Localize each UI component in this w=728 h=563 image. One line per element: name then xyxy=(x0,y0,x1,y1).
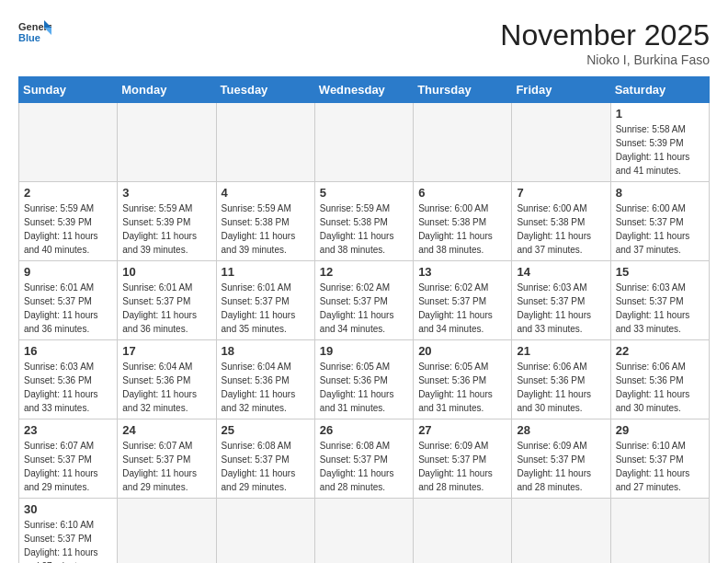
day-info: Sunrise: 6:04 AMSunset: 5:36 PMDaylight:… xyxy=(122,360,210,415)
calendar-cell: 10Sunrise: 6:01 AMSunset: 5:37 PMDayligh… xyxy=(118,261,216,340)
svg-text:Blue: Blue xyxy=(18,32,40,43)
day-info: Sunrise: 5:59 AMSunset: 5:39 PMDaylight:… xyxy=(122,201,210,257)
weekday-header-thursday: Thursday xyxy=(414,77,512,103)
day-number: 26 xyxy=(320,423,408,437)
day-number: 9 xyxy=(24,265,112,279)
day-info: Sunrise: 6:01 AMSunset: 5:37 PMDaylight:… xyxy=(24,281,112,336)
calendar-cell: 5Sunrise: 5:59 AMSunset: 5:38 PMDaylight… xyxy=(314,182,413,261)
day-number: 7 xyxy=(517,186,605,200)
logo: General Blue xyxy=(18,18,51,44)
day-info: Sunrise: 6:05 AMSunset: 5:36 PMDaylight:… xyxy=(320,360,408,415)
calendar-cell xyxy=(610,499,709,564)
day-number: 2 xyxy=(24,186,112,200)
weekday-header-tuesday: Tuesday xyxy=(216,77,314,103)
day-number: 1 xyxy=(616,107,704,121)
day-number: 28 xyxy=(517,423,605,437)
day-info: Sunrise: 6:03 AMSunset: 5:37 PMDaylight:… xyxy=(616,281,704,336)
calendar-cell: 24Sunrise: 6:07 AMSunset: 5:37 PMDayligh… xyxy=(118,419,216,499)
day-number: 12 xyxy=(320,265,408,279)
day-info: Sunrise: 6:08 AMSunset: 5:37 PMDaylight:… xyxy=(222,439,310,494)
calendar-cell: 17Sunrise: 6:04 AMSunset: 5:36 PMDayligh… xyxy=(118,340,216,419)
weekday-header-wednesday: Wednesday xyxy=(314,77,413,103)
day-info: Sunrise: 6:04 AMSunset: 5:36 PMDaylight:… xyxy=(222,360,310,415)
calendar-cell: 2Sunrise: 5:59 AMSunset: 5:39 PMDaylight… xyxy=(19,182,118,261)
day-info: Sunrise: 6:00 AMSunset: 5:37 PMDaylight:… xyxy=(616,201,704,257)
calendar-cell xyxy=(512,499,610,564)
weekday-header-monday: Monday xyxy=(118,77,216,103)
day-info: Sunrise: 6:09 AMSunset: 5:37 PMDaylight:… xyxy=(517,439,605,494)
calendar-cell: 23Sunrise: 6:07 AMSunset: 5:37 PMDayligh… xyxy=(19,419,118,499)
calendar-cell: 19Sunrise: 6:05 AMSunset: 5:36 PMDayligh… xyxy=(314,340,413,419)
day-info: Sunrise: 6:08 AMSunset: 5:37 PMDaylight:… xyxy=(320,439,408,494)
calendar-cell xyxy=(216,103,314,182)
calendar-cell: 12Sunrise: 6:02 AMSunset: 5:37 PMDayligh… xyxy=(314,261,413,340)
day-info: Sunrise: 6:05 AMSunset: 5:36 PMDaylight:… xyxy=(418,360,506,415)
day-info: Sunrise: 6:01 AMSunset: 5:37 PMDaylight:… xyxy=(122,281,210,336)
weekday-header-sunday: Sunday xyxy=(19,77,118,103)
day-number: 11 xyxy=(222,265,310,279)
day-info: Sunrise: 6:00 AMSunset: 5:38 PMDaylight:… xyxy=(517,201,605,257)
calendar-cell: 20Sunrise: 6:05 AMSunset: 5:36 PMDayligh… xyxy=(414,340,512,419)
calendar-week-1: 1Sunrise: 5:58 AMSunset: 5:39 PMDaylight… xyxy=(19,103,710,182)
day-number: 6 xyxy=(418,186,506,200)
calendar-cell: 30Sunrise: 6:10 AMSunset: 5:37 PMDayligh… xyxy=(19,499,118,564)
calendar-cell: 22Sunrise: 6:06 AMSunset: 5:36 PMDayligh… xyxy=(610,340,709,419)
calendar-cell xyxy=(414,499,512,564)
day-number: 8 xyxy=(616,186,704,200)
day-info: Sunrise: 5:58 AMSunset: 5:39 PMDaylight:… xyxy=(616,122,704,178)
calendar-week-6: 30Sunrise: 6:10 AMSunset: 5:37 PMDayligh… xyxy=(19,499,710,564)
calendar-cell: 26Sunrise: 6:08 AMSunset: 5:37 PMDayligh… xyxy=(314,419,413,499)
day-info: Sunrise: 6:03 AMSunset: 5:36 PMDaylight:… xyxy=(24,360,112,415)
day-info: Sunrise: 6:09 AMSunset: 5:37 PMDaylight:… xyxy=(418,439,506,494)
day-info: Sunrise: 6:01 AMSunset: 5:37 PMDaylight:… xyxy=(222,281,310,336)
calendar-table: SundayMondayTuesdayWednesdayThursdayFrid… xyxy=(18,76,710,563)
calendar-cell: 11Sunrise: 6:01 AMSunset: 5:37 PMDayligh… xyxy=(216,261,314,340)
day-number: 27 xyxy=(418,423,506,437)
day-number: 17 xyxy=(122,344,210,358)
day-number: 29 xyxy=(616,423,704,437)
calendar-cell: 16Sunrise: 6:03 AMSunset: 5:36 PMDayligh… xyxy=(19,340,118,419)
title-block: November 2025 Nioko I, Burkina Faso xyxy=(500,18,710,67)
day-number: 20 xyxy=(418,344,506,358)
calendar-week-5: 23Sunrise: 6:07 AMSunset: 5:37 PMDayligh… xyxy=(19,419,710,499)
calendar-cell xyxy=(414,103,512,182)
calendar-cell xyxy=(19,103,118,182)
day-info: Sunrise: 6:00 AMSunset: 5:38 PMDaylight:… xyxy=(418,201,506,257)
calendar-cell: 21Sunrise: 6:06 AMSunset: 5:36 PMDayligh… xyxy=(512,340,610,419)
day-number: 3 xyxy=(122,186,210,200)
calendar-cell: 29Sunrise: 6:10 AMSunset: 5:37 PMDayligh… xyxy=(610,419,709,499)
day-info: Sunrise: 6:10 AMSunset: 5:37 PMDaylight:… xyxy=(616,439,704,494)
location: Nioko I, Burkina Faso xyxy=(500,52,710,67)
day-number: 4 xyxy=(222,186,310,200)
calendar-cell xyxy=(118,499,216,564)
calendar-cell: 15Sunrise: 6:03 AMSunset: 5:37 PMDayligh… xyxy=(610,261,709,340)
calendar-cell: 25Sunrise: 6:08 AMSunset: 5:37 PMDayligh… xyxy=(216,419,314,499)
calendar-cell: 9Sunrise: 6:01 AMSunset: 5:37 PMDaylight… xyxy=(19,261,118,340)
weekday-header-row: SundayMondayTuesdayWednesdayThursdayFrid… xyxy=(19,77,710,103)
day-number: 24 xyxy=(122,423,210,437)
calendar-body: 1Sunrise: 5:58 AMSunset: 5:39 PMDaylight… xyxy=(19,103,710,564)
calendar-week-4: 16Sunrise: 6:03 AMSunset: 5:36 PMDayligh… xyxy=(19,340,710,419)
day-number: 22 xyxy=(616,344,704,358)
day-number: 13 xyxy=(418,265,506,279)
day-info: Sunrise: 6:03 AMSunset: 5:37 PMDaylight:… xyxy=(517,281,605,336)
day-number: 18 xyxy=(222,344,310,358)
month-title: November 2025 xyxy=(500,18,710,52)
calendar-cell: 7Sunrise: 6:00 AMSunset: 5:38 PMDaylight… xyxy=(512,182,610,261)
calendar-cell: 4Sunrise: 5:59 AMSunset: 5:38 PMDaylight… xyxy=(216,182,314,261)
day-number: 30 xyxy=(24,502,112,516)
calendar-cell: 3Sunrise: 5:59 AMSunset: 5:39 PMDaylight… xyxy=(118,182,216,261)
calendar-cell: 1Sunrise: 5:58 AMSunset: 5:39 PMDaylight… xyxy=(610,103,709,182)
day-info: Sunrise: 6:06 AMSunset: 5:36 PMDaylight:… xyxy=(517,360,605,415)
page-header: General Blue November 2025 Nioko I, Burk… xyxy=(18,18,710,67)
day-info: Sunrise: 6:07 AMSunset: 5:37 PMDaylight:… xyxy=(24,439,112,494)
calendar-cell xyxy=(512,103,610,182)
calendar-week-2: 2Sunrise: 5:59 AMSunset: 5:39 PMDaylight… xyxy=(19,182,710,261)
weekday-header-friday: Friday xyxy=(512,77,610,103)
day-number: 5 xyxy=(320,186,408,200)
day-number: 19 xyxy=(320,344,408,358)
day-info: Sunrise: 5:59 AMSunset: 5:38 PMDaylight:… xyxy=(320,201,408,257)
day-number: 16 xyxy=(24,344,112,358)
calendar-cell xyxy=(314,103,413,182)
day-number: 15 xyxy=(616,265,704,279)
